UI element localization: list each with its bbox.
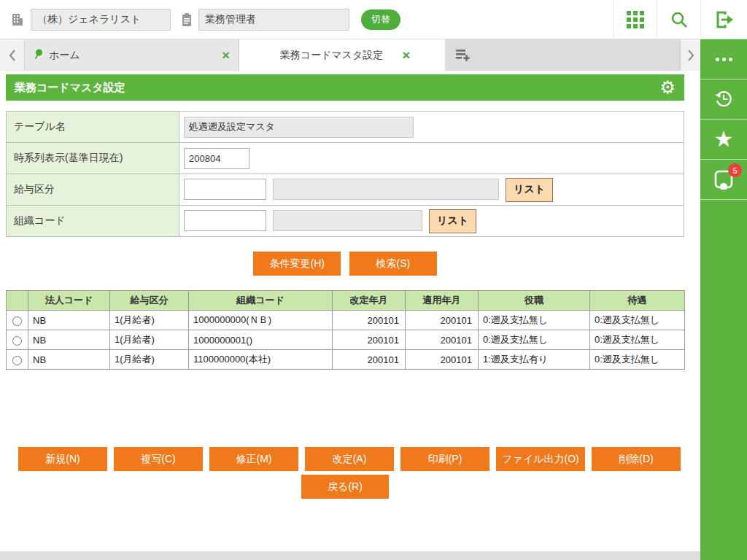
salary-class-list-button[interactable]: リスト [506,178,553,202]
back-button[interactable]: 戻る(R) [301,475,389,499]
table-cell: NB [28,350,110,370]
form-row-table-name: テーブル名 [7,112,684,143]
logout-icon[interactable] [700,0,747,39]
org-code-label: 組織コード [7,206,179,237]
table-cell: 1(月給者) [110,350,189,370]
right-sidebar: ★ 5 [700,39,747,560]
org-code-name-input [273,210,422,231]
role-icon [181,12,193,27]
row-select-radio[interactable] [12,316,22,326]
star-icon: ★ [714,128,734,150]
search-icon[interactable] [657,0,700,39]
table-cell: 200101 [333,311,406,330]
radio-cell [7,330,28,350]
salary-class-code-input[interactable] [184,179,266,200]
change-condition-button[interactable]: 条件変更(H) [253,252,341,276]
col-header-apply-ym: 適用年月 [406,291,479,311]
row-select-radio[interactable] [12,356,22,365]
table-cell: 1000000001() [189,330,333,350]
table-cell: 0:遡及支払無し [479,330,590,350]
row-select-radio[interactable] [12,336,22,346]
copy-button[interactable]: 複写(C) [114,447,203,471]
table-cell: 0:遡及支払無し [479,311,590,330]
sidebar-more-item[interactable] [700,39,747,79]
table-cell: 1(月給者) [110,311,189,330]
tab-bar: ホーム × 業務コードマスタ設定 × [0,39,700,71]
company-icon [10,12,25,27]
table-cell: 0:遡及支払無し [590,350,685,370]
radio-cell [7,350,28,370]
tab-active-close-icon[interactable]: × [402,48,410,62]
print-button[interactable]: 印刷(P) [400,447,489,471]
results-tbody: NB1(月給者)1000000000(ＮＢ)2001012001010:遡及支払… [7,311,685,370]
radio-column-header [7,291,28,311]
table-cell: NB [28,330,110,350]
topbar-actions [613,0,747,39]
salary-class-name-input [273,179,499,200]
sidebar-notifications-item[interactable]: 5 [700,160,747,200]
table-cell: 1:遡及支払有り [479,350,590,370]
search-button[interactable]: 検索(S) [349,252,437,276]
table-cell: 200101 [333,350,406,370]
form-row-salary-class: 給与区分 リスト [7,174,684,206]
ellipsis-icon [716,58,732,61]
time-series-label: 時系列表示(基準日現在) [7,143,179,174]
app-window: 切替 [0,0,747,560]
table-cell: 200101 [406,330,479,350]
table-row: NB1(月給者)1000000000(ＮＢ)2001012001010:遡及支払… [7,311,685,330]
table-cell: NB [28,311,110,330]
radio-cell [7,311,28,330]
tabs-scroll-left[interactable] [0,39,25,71]
top-bar: 切替 [0,0,747,39]
add-tab-icon[interactable] [445,39,480,71]
col-header-corp-code: 法人コード [28,291,110,311]
pin-icon [34,49,43,62]
table-row: NB1(月給者)1100000000(本社)2001012001011:遡及支払… [7,350,685,370]
table-cell: 1(月給者) [110,330,189,350]
role-input[interactable] [198,9,349,31]
modify-button[interactable]: 修正(M) [209,447,298,471]
page-title: 業務コードマスタ設定 [15,81,125,95]
revise-button[interactable]: 改定(A) [305,447,394,471]
settings-gear-icon[interactable]: ⚙ [659,79,676,96]
col-header-salary-class: 給与区分 [110,291,189,311]
file-output-button[interactable]: ファイル出力(O) [496,447,585,471]
form-row-org-code: 組織コード リスト [7,206,684,237]
main-content: 業務コードマスタ設定 ⚙ テーブル名 時系列表示(基準日現在) [0,71,700,560]
new-button[interactable]: 新規(N) [18,447,107,471]
page-title-bar: 業務コードマスタ設定 ⚙ [6,74,684,101]
delete-button[interactable]: 削除(D) [592,447,681,471]
sidebar-history-item[interactable] [700,79,747,120]
horizontal-scrollbar[interactable] [0,551,700,560]
table-cell: 200101 [406,311,479,330]
time-series-input[interactable] [184,148,249,169]
tab-active-label: 業務コードマスタ設定 [280,49,384,62]
notification-badge: 5 [728,163,742,177]
table-cell: 1000000000(ＮＢ) [189,311,333,330]
table-cell: 200101 [333,330,406,350]
switch-button[interactable]: 切替 [361,9,400,30]
org-code-list-button[interactable]: リスト [429,209,476,233]
sidebar-favorites-item[interactable]: ★ [700,120,747,160]
col-header-treatment: 待遇 [590,291,685,311]
col-header-revision-ym: 改定年月 [333,291,406,311]
table-cell: 0:遡及支払無し [590,311,685,330]
salary-class-label: 給与区分 [7,174,179,206]
org-code-code-input[interactable] [184,210,266,231]
apps-grid-icon[interactable] [613,0,657,39]
col-header-position: 役職 [479,291,590,311]
search-actions: 条件変更(H) 検索(S) [6,252,684,276]
results-header-row: 法人コード 給与区分 組織コード 改定年月 適用年月 役職 待遇 [7,291,685,311]
table-name-label: テーブル名 [7,112,179,143]
tab-home[interactable]: ホーム × [25,39,239,71]
tab-active[interactable]: 業務コードマスタ設定 × [239,39,445,71]
company-input[interactable] [31,9,171,31]
tabs-scroll-right[interactable] [680,39,700,71]
history-icon [713,88,735,112]
search-form: テーブル名 時系列表示(基準日現在) 給与区分 リ [6,111,684,237]
table-row: NB1(月給者)1000000001()2001012001010:遡及支払無し… [7,330,685,350]
col-header-org-code: 組織コード [189,291,333,311]
form-row-time-series: 時系列表示(基準日現在) [7,143,684,174]
table-cell: 200101 [406,350,479,370]
tab-home-close-icon[interactable]: × [222,48,230,62]
